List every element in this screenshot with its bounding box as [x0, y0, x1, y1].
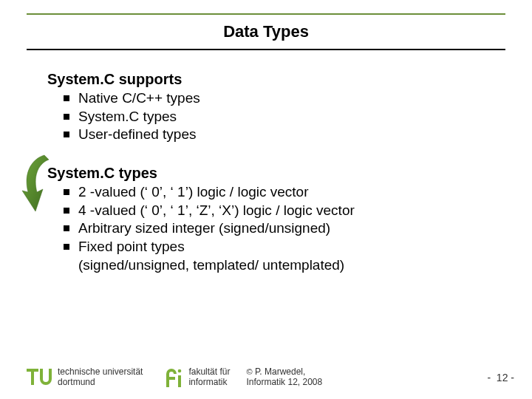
copyright-line1: P. Marwedel, — [255, 366, 305, 377]
list-item-text: User-defined types — [78, 126, 505, 144]
svg-rect-1 — [31, 369, 34, 385]
list-item: Fixed point types (signed/unsigned, temp… — [64, 238, 505, 274]
university-line1: technische universität — [58, 367, 143, 378]
bullet-icon — [64, 114, 69, 120]
bullet-list: 2 -valued (‘ 0’, ‘ 1’) logic / logic vec… — [64, 183, 505, 274]
list-item: Native C/C++ types — [64, 89, 505, 108]
svg-point-3 — [178, 369, 182, 373]
tu-logo-icon — [27, 367, 52, 388]
faculty-line1: fakultät für — [188, 367, 230, 378]
slide-title: Data Types — [0, 22, 532, 41]
bullet-icon — [64, 132, 69, 137]
list-item-text: 4 -valued (‘ 0’, ‘ 1’, ‘Z’, ‘X’) logic /… — [78, 202, 505, 220]
list-item: User-defined types — [64, 126, 505, 144]
svg-rect-2 — [178, 375, 181, 387]
slide-content: System.C supports Native C/C++ types Sys… — [47, 71, 505, 296]
list-item-text: System.C types — [78, 108, 505, 126]
list-item: 2 -valued (‘ 0’, ‘ 1’) logic / logic vec… — [64, 183, 505, 202]
copyright: © P. Marwedel, Informatik 12, 2008 — [246, 367, 322, 388]
university-line2: dortmund — [58, 378, 143, 388]
bullet-icon — [64, 208, 69, 214]
bullet-icon — [64, 95, 69, 101]
university-name: technische universität dortmund — [58, 367, 143, 388]
list-item: Arbitrary sized integer (signed/unsigned… — [64, 219, 505, 238]
top-rule — [27, 13, 505, 15]
list-item: System.C types — [64, 108, 505, 126]
title-rule — [27, 49, 505, 50]
bullet-icon — [64, 244, 69, 250]
section-heading: System.C supports — [47, 71, 505, 88]
page-number: - 12 - — [487, 372, 514, 383]
bullet-icon — [64, 225, 69, 231]
list-item: 4 -valued (‘ 0’, ‘ 1’, ‘Z’, ‘X’) logic /… — [64, 202, 505, 220]
bullet-list: Native C/C++ types System.C types User-d… — [64, 89, 505, 144]
slide-footer: technische universität dortmund fakultät… — [27, 366, 514, 389]
fi-logo-icon — [163, 366, 184, 389]
faculty-line2: informatik — [188, 378, 230, 388]
list-item-text: Arbitrary sized integer (signed/unsigned… — [78, 219, 505, 238]
faculty-name: fakultät für informatik — [188, 367, 230, 388]
list-item-text: Native C/C++ types — [78, 89, 505, 108]
list-item-text: 2 -valued (‘ 0’, ‘ 1’) logic / logic vec… — [78, 183, 505, 202]
bullet-icon — [64, 189, 69, 195]
section-heading: System.C types — [47, 165, 505, 182]
copyright-icon: © — [246, 367, 252, 376]
list-item-text: Fixed point types (signed/unsigned, temp… — [78, 238, 505, 274]
copyright-line2: Informatik 12, 2008 — [246, 378, 322, 388]
